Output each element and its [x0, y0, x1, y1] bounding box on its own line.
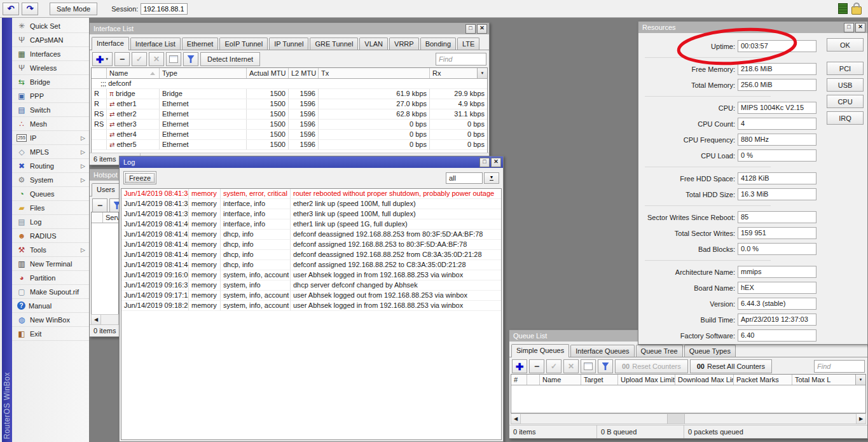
comment-button[interactable]: [581, 359, 596, 373]
add-button[interactable]: ✚▼: [92, 52, 113, 66]
column-header[interactable]: Upload Max Limit: [618, 375, 675, 385]
sidebar-item[interactable]: ◕ Partition ▷: [12, 271, 89, 285]
pci-button[interactable]: PCI: [827, 62, 864, 75]
sidebar-item[interactable]: Ψ Wireless ▷: [12, 61, 89, 75]
column-header[interactable]: L2 MTU: [289, 68, 319, 78]
field-value[interactable]: Apr/23/2019 12:37:03: [738, 314, 816, 326]
tab[interactable]: Interface Queues: [570, 345, 634, 357]
table-row[interactable]: ⇄ ether5 Ethernet 1500 1596 0 bps 0 bps: [92, 140, 487, 150]
column-header[interactable]: Type: [160, 68, 247, 78]
close-button[interactable]: ✕: [477, 24, 487, 34]
column-header[interactable]: Tx: [319, 68, 430, 78]
tab-users[interactable]: Users: [92, 183, 120, 197]
sidebar-item[interactable]: ▥ New Terminal ▷: [12, 257, 89, 271]
sidebar-item[interactable]: ⇆ Bridge ▷: [12, 75, 89, 89]
column-header[interactable]: Target: [581, 375, 618, 385]
comment-row[interactable]: ;;; defconf: [92, 79, 487, 89]
table-row[interactable]: R ⇄ ether1 Ethernet 1500 1596 27.0 kbps …: [92, 99, 487, 109]
sidebar-item[interactable]: ▤ Switch ▷: [12, 103, 89, 117]
column-header[interactable]: Rx: [430, 68, 477, 78]
column-header[interactable]: Total Max L: [792, 375, 855, 385]
field-value[interactable]: hEX: [738, 282, 816, 294]
freeze-button[interactable]: Freeze: [123, 171, 156, 184]
tab[interactable]: Queue Tree: [636, 345, 683, 357]
reset-counters-button[interactable]: 00Reset Counters: [615, 359, 688, 373]
column-select-button[interactable]: ▼: [477, 68, 487, 78]
hotspot-hscrollbar[interactable]: ◀: [91, 314, 119, 325]
table-row[interactable]: RS ⇄ ether2 Ethernet 1500 1596 62.8 kbps…: [92, 109, 487, 120]
remove-button[interactable]: −: [529, 359, 544, 373]
table-row[interactable]: R π bridge Bridge 1500 1596 61.9 kbps 29…: [92, 89, 487, 99]
maximize-button[interactable]: □: [844, 23, 854, 32]
sidebar-item[interactable]: ✖ Routing ▷: [12, 159, 89, 173]
field-value[interactable]: 6.44.3 (stable): [738, 298, 816, 310]
sidebar-item[interactable]: ? Manual ▷: [12, 299, 89, 313]
tab[interactable]: GRE Tunnel: [310, 38, 358, 50]
field-value[interactable]: 4128 KiB: [738, 172, 816, 184]
column-header[interactable]: Name: [540, 375, 581, 385]
tab[interactable]: Bonding: [420, 38, 456, 50]
column-header[interactable]: Serve: [103, 212, 118, 223]
column-header[interactable]: Download Max Limit: [675, 375, 734, 385]
session-input[interactable]: [141, 3, 188, 15]
tab[interactable]: EoIP Tunnel: [219, 38, 268, 50]
disable-button[interactable]: ✕: [149, 52, 164, 66]
ok-button[interactable]: OK: [827, 38, 864, 52]
log-row[interactable]: Jun/14/2019 08:41:42 memory dhcp, info d…: [121, 230, 501, 240]
table-row[interactable]: RS ⇄ ether3 Ethernet 1500 1596 0 bps 0 b…: [92, 120, 487, 130]
field-value[interactable]: 0.0 %: [738, 243, 816, 255]
flags-column-header[interactable]: [92, 212, 103, 223]
tab[interactable]: Simple Queues: [511, 344, 569, 357]
field-value[interactable]: 0 %: [738, 149, 816, 162]
log-row[interactable]: Jun/14/2019 08:41:39 memory interface, i…: [121, 209, 501, 219]
tab[interactable]: Interface List: [130, 38, 181, 50]
disable-button[interactable]: ✕: [563, 359, 579, 373]
log-titlebar[interactable]: Log □ ✕: [120, 156, 503, 168]
maximize-button[interactable]: □: [479, 158, 490, 167]
scroll-right-icon[interactable]: ▶: [856, 414, 865, 424]
log-row[interactable]: Jun/14/2019 09:16:37 memory system, info…: [121, 280, 501, 291]
field-value[interactable]: 159 951: [738, 227, 816, 239]
log-filter-dropdown[interactable]: all ▼: [446, 172, 499, 184]
tab[interactable]: Interface: [92, 37, 129, 50]
field-value[interactable]: mmips: [738, 266, 816, 278]
find-input[interactable]: [814, 360, 865, 373]
enable-button[interactable]: ✓: [132, 52, 147, 66]
field-value[interactable]: 880 MHz: [738, 134, 816, 146]
irq-button[interactable]: IRQ: [827, 111, 864, 125]
tab[interactable]: VRRP: [389, 38, 419, 50]
field-value[interactable]: 16.3 MiB: [738, 188, 816, 200]
log-row[interactable]: Jun/14/2019 08:41:42 memory dhcp, info d…: [121, 240, 501, 250]
sidebar-item[interactable]: Ψ CAPsMAN ▷: [12, 33, 89, 47]
queue-hscrollbar[interactable]: ◀ ▶: [511, 413, 866, 424]
tab[interactable]: Ethernet: [182, 38, 219, 50]
tab[interactable]: VLAN: [359, 38, 388, 50]
log-row[interactable]: Jun/14/2019 08:41:34 memory system, erro…: [121, 189, 501, 199]
field-value[interactable]: 00:03:57: [738, 40, 816, 52]
comment-button[interactable]: [166, 52, 181, 66]
field-value[interactable]: 85: [738, 211, 816, 223]
sidebar-item[interactable]: ◇ MPLS ▷: [12, 145, 89, 159]
sidebar-item[interactable]: ☻ RADIUS ▷: [12, 229, 89, 243]
log-row[interactable]: Jun/14/2019 08:41:38 memory interface, i…: [121, 199, 501, 209]
column-header[interactable]: Actual MTU: [247, 68, 289, 78]
column-header[interactable]: [527, 375, 540, 385]
tab[interactable]: LTE: [457, 38, 479, 50]
sidebar-item[interactable]: ⚙ System ▷: [12, 173, 89, 187]
sidebar-item[interactable]: ◔ Queues ▷: [12, 187, 89, 201]
field-value[interactable]: 6.40: [738, 329, 816, 342]
log-row[interactable]: Jun/14/2019 09:16:06 memory system, info…: [121, 270, 501, 280]
field-value[interactable]: MIPS 1004Kc V2.15: [738, 102, 816, 114]
log-row[interactable]: Jun/14/2019 08:41:44 memory dhcp, info d…: [121, 250, 501, 260]
usb-button[interactable]: USB: [827, 78, 864, 92]
table-row[interactable]: ⇄ ether4 Ethernet 1500 1596 0 bps 0 bps: [92, 130, 487, 140]
sidebar-item[interactable]: ▣ PPP ▷: [12, 89, 89, 103]
scroll-left-icon[interactable]: ◀: [92, 315, 101, 324]
log-row[interactable]: Jun/14/2019 09:17:12 memory system, info…: [121, 291, 501, 301]
remove-button[interactable]: −: [114, 52, 130, 66]
field-value[interactable]: 256.0 MiB: [738, 79, 816, 91]
detect-internet-button[interactable]: Detect Internet: [200, 52, 260, 66]
undo-button[interactable]: ↶: [3, 3, 19, 15]
close-button[interactable]: ✕: [855, 23, 865, 32]
remove-button[interactable]: −: [92, 198, 107, 212]
